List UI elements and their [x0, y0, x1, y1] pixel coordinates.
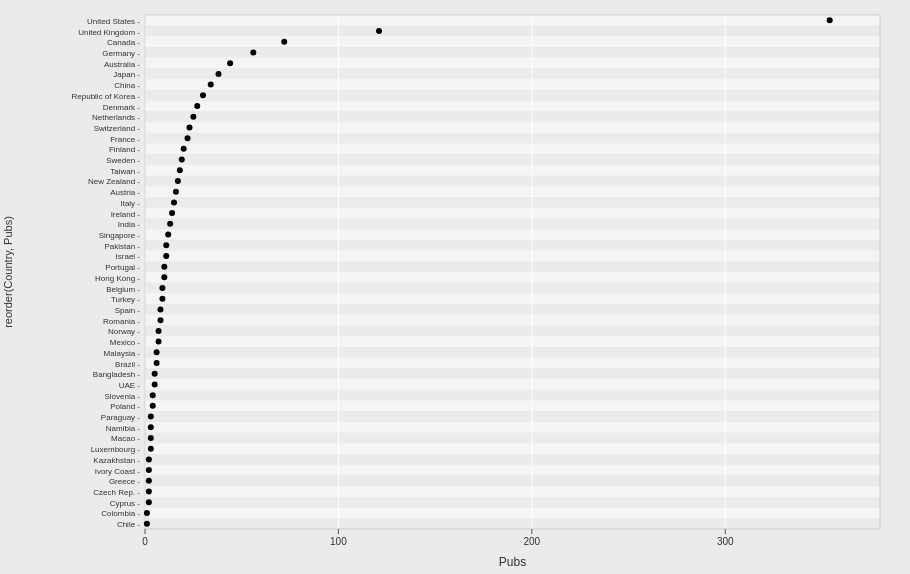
svg-point-120 — [171, 199, 177, 205]
svg-rect-33 — [145, 347, 880, 358]
svg-point-109 — [208, 82, 214, 88]
svg-point-110 — [200, 92, 206, 98]
svg-point-108 — [216, 71, 222, 77]
svg-text:Austria -: Austria - — [110, 188, 140, 197]
svg-rect-29 — [145, 304, 880, 315]
svg-text:Belgium -: Belgium - — [106, 285, 140, 294]
svg-text:Sweden -: Sweden - — [106, 156, 140, 165]
svg-point-150 — [144, 521, 150, 527]
svg-point-136 — [152, 371, 158, 377]
svg-rect-37 — [145, 390, 880, 401]
svg-text:Macao -: Macao - — [111, 434, 140, 443]
svg-text:Ireland -: Ireland - — [111, 210, 141, 219]
svg-point-140 — [148, 414, 154, 420]
svg-point-147 — [146, 489, 152, 495]
svg-rect-43 — [145, 454, 880, 465]
svg-point-124 — [163, 242, 169, 248]
svg-rect-2 — [145, 15, 880, 26]
svg-rect-7 — [145, 69, 880, 80]
svg-rect-34 — [145, 358, 880, 369]
svg-text:Portugal -: Portugal - — [105, 263, 140, 272]
svg-rect-20 — [145, 208, 880, 219]
svg-point-148 — [146, 499, 152, 505]
svg-text:Poland -: Poland - — [110, 402, 140, 411]
svg-text:Paraguay -: Paraguay - — [101, 413, 140, 422]
svg-rect-12 — [145, 122, 880, 133]
svg-text:Chile -: Chile - — [117, 520, 140, 529]
svg-text:France -: France - — [110, 135, 140, 144]
svg-text:Kazakhstan -: Kazakhstan - — [93, 456, 140, 465]
svg-rect-17 — [145, 176, 880, 187]
svg-text:United Kingdom -: United Kingdom - — [78, 28, 140, 37]
svg-text:Czech Rep. -: Czech Rep. - — [93, 488, 140, 497]
svg-text:Pubs: Pubs — [499, 555, 526, 569]
svg-text:Luxembourg -: Luxembourg - — [91, 445, 141, 454]
svg-text:Malaysia -: Malaysia - — [104, 349, 141, 358]
svg-rect-28 — [145, 293, 880, 304]
svg-text:Namibia -: Namibia - — [106, 424, 141, 433]
svg-point-139 — [150, 403, 156, 409]
svg-point-121 — [169, 210, 175, 216]
svg-point-132 — [156, 328, 162, 334]
svg-rect-39 — [145, 411, 880, 422]
svg-text:Ivory Coast -: Ivory Coast - — [95, 467, 141, 476]
svg-text:Slovenia -: Slovenia - — [104, 392, 140, 401]
svg-point-122 — [167, 221, 173, 227]
svg-point-103 — [827, 17, 833, 23]
svg-point-117 — [177, 167, 183, 173]
svg-point-149 — [144, 510, 150, 516]
svg-point-118 — [175, 178, 181, 184]
svg-rect-44 — [145, 465, 880, 476]
svg-rect-22 — [145, 229, 880, 240]
svg-point-130 — [157, 306, 163, 312]
svg-point-107 — [227, 60, 233, 66]
svg-point-134 — [154, 349, 160, 355]
svg-text:China -: China - — [114, 81, 140, 90]
svg-rect-36 — [145, 379, 880, 390]
svg-rect-14 — [145, 144, 880, 155]
svg-point-133 — [156, 339, 162, 345]
svg-rect-26 — [145, 272, 880, 283]
svg-rect-25 — [145, 261, 880, 272]
svg-rect-46 — [145, 486, 880, 497]
svg-point-143 — [148, 446, 154, 452]
svg-point-125 — [163, 253, 169, 259]
svg-point-138 — [150, 392, 156, 398]
svg-text:Singapore -: Singapore - — [99, 231, 141, 240]
svg-text:Denmark -: Denmark - — [103, 103, 141, 112]
svg-point-145 — [146, 467, 152, 473]
svg-point-146 — [146, 478, 152, 484]
svg-rect-10 — [145, 101, 880, 112]
svg-text:Pakistan -: Pakistan - — [104, 242, 140, 251]
svg-text:Canada -: Canada - — [107, 38, 140, 47]
svg-text:Brazil -: Brazil - — [115, 360, 140, 369]
svg-text:Australia -: Australia - — [104, 60, 140, 69]
svg-text:UAE -: UAE - — [119, 381, 141, 390]
svg-rect-9 — [145, 90, 880, 101]
svg-point-131 — [157, 317, 163, 323]
svg-rect-3 — [145, 26, 880, 37]
svg-text:Norway -: Norway - — [108, 327, 140, 336]
chart-container: United States -United Kingdom -Canada -G… — [0, 0, 910, 574]
svg-point-127 — [161, 274, 167, 280]
svg-rect-21 — [145, 218, 880, 229]
chart-svg: United States -United Kingdom -Canada -G… — [0, 0, 910, 574]
svg-point-135 — [154, 360, 160, 366]
svg-rect-18 — [145, 186, 880, 197]
svg-text:reorder(Country, Pubs): reorder(Country, Pubs) — [2, 216, 14, 328]
svg-text:0: 0 — [142, 536, 148, 547]
svg-rect-32 — [145, 336, 880, 347]
svg-rect-45 — [145, 475, 880, 486]
svg-text:Spain -: Spain - — [115, 306, 141, 315]
svg-text:Italy -: Italy - — [120, 199, 140, 208]
svg-point-142 — [148, 435, 154, 441]
svg-rect-24 — [145, 251, 880, 262]
svg-point-115 — [181, 146, 187, 152]
svg-text:Mexico -: Mexico - — [110, 338, 141, 347]
svg-point-112 — [190, 114, 196, 120]
svg-text:200: 200 — [523, 536, 540, 547]
svg-rect-8 — [145, 79, 880, 90]
svg-rect-4 — [145, 36, 880, 47]
svg-rect-42 — [145, 443, 880, 454]
svg-point-144 — [146, 456, 152, 462]
